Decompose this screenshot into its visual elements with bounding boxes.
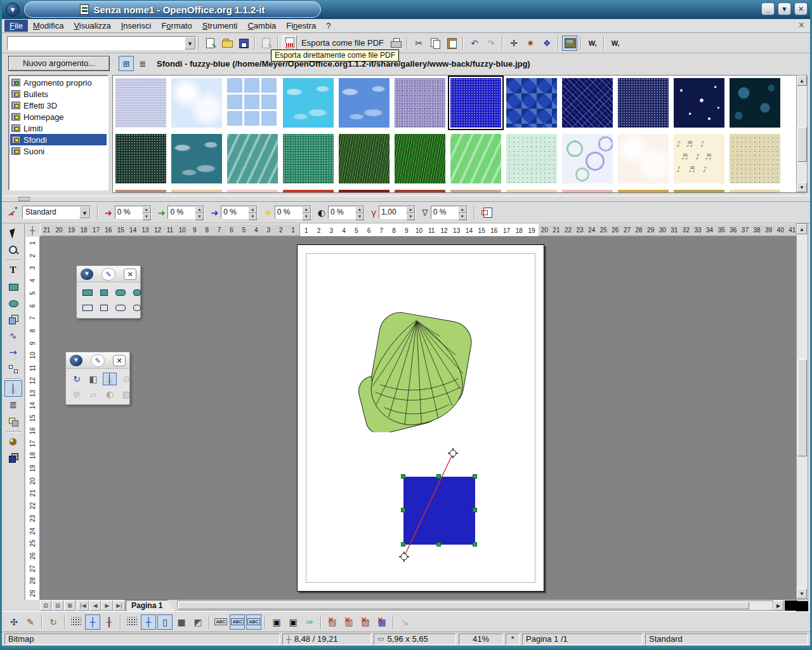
minimize-button[interactable]: _	[761, 3, 775, 15]
selection-handle[interactable]	[401, 542, 405, 547]
3d-controller-tool[interactable]	[4, 449, 22, 466]
pdf-export-button[interactable]	[282, 36, 297, 51]
prev-page-icon[interactable]: ◀	[89, 600, 101, 611]
vertical-ruler[interactable]: 1234567891011121314151617181920212223242…	[26, 237, 40, 600]
show-snap-lines-button[interactable]: ┼	[85, 614, 100, 630]
contour-placeholder-button[interactable]: ▥	[341, 614, 357, 630]
edit-points-button[interactable]: ✣	[6, 614, 22, 630]
w-arrow-button[interactable]: W,	[608, 36, 623, 51]
zoom-tool[interactable]	[4, 242, 22, 258]
gallery-thumb-partial[interactable]	[115, 190, 166, 193]
detail-view-icon[interactable]: ≣	[135, 56, 150, 71]
menu-?[interactable]: ?	[321, 20, 336, 32]
gallery-thumb-clouds-lightblue[interactable]	[171, 78, 222, 128]
gallery-thumb-water-cyan[interactable]	[283, 78, 334, 128]
connector-tool[interactable]	[4, 361, 22, 377]
gallery-thumb-partial[interactable]	[339, 190, 390, 193]
new-document-button[interactable]	[203, 36, 218, 51]
simple-handles-button[interactable]: ▣	[269, 614, 284, 630]
gallery-thumb-soft-cream[interactable]	[618, 134, 669, 183]
drawing-canvas[interactable]: ▼✎✕ ▼✎✕ ↻◧⊙⊘▱◐▨	[40, 237, 799, 600]
gallery-button[interactable]	[562, 36, 577, 51]
click-edit-text-button[interactable]: ABC	[230, 614, 245, 630]
maximize-button[interactable]: ▼	[778, 3, 791, 15]
gallery-theme-effetti-3d[interactable]: Effetti 3D	[10, 100, 107, 111]
w-question-button[interactable]: W,	[585, 36, 600, 51]
effects-tool[interactable]	[4, 380, 22, 397]
cut-button[interactable]: ✂	[411, 36, 426, 51]
gallery-thumbnails[interactable]	[112, 75, 797, 193]
gallery-splitter[interactable]	[2, 196, 810, 202]
first-page-icon[interactable]: |◀	[77, 600, 89, 611]
master-mode-icon[interactable]: ⊞	[64, 600, 75, 611]
open-button[interactable]	[219, 36, 235, 51]
stylist-button[interactable]: ✷	[523, 36, 538, 51]
floatbar-menu-button[interactable]: ▼	[70, 355, 82, 366]
navigator-button[interactable]: ✛	[506, 36, 521, 51]
show-grid-button[interactable]	[69, 614, 84, 630]
gallery-thumb-partial[interactable]	[674, 190, 724, 193]
gallery-thumb-rings-pastel[interactable]	[562, 134, 613, 183]
gallery-thumb-squares-blue[interactable]	[506, 78, 557, 128]
spin-buttons[interactable]: ▲▼	[248, 206, 257, 218]
gallery-thumb-grass-green[interactable]	[395, 134, 445, 183]
contrast-value[interactable]: 0 %	[329, 206, 355, 218]
scroll-down-icon[interactable]: ▼	[797, 588, 807, 599]
picture-placeholder-button[interactable]: ▤	[325, 614, 340, 630]
scroll-down-icon[interactable]: ▼	[797, 182, 807, 192]
lines-arrows-tool[interactable]: →	[4, 344, 22, 361]
selection-handle[interactable]	[473, 508, 477, 512]
next-page-icon[interactable]: ▶	[102, 600, 113, 611]
gallery-thumb-fuzzy-lightblue[interactable]	[115, 78, 166, 128]
menu-visualizza[interactable]: Visualizza	[69, 20, 115, 32]
in-3d-rotation-button[interactable]	[103, 373, 117, 385]
icon-view-icon[interactable]: ⊞	[119, 56, 134, 71]
text-tool[interactable]: T	[4, 262, 22, 278]
hyperlink-edit-button[interactable]: ✎	[23, 614, 38, 630]
crop-icon[interactable]	[481, 207, 493, 218]
rectangle-tool[interactable]	[4, 278, 22, 295]
floatbar-close-button[interactable]: ✕	[124, 269, 136, 280]
menu-strumenti[interactable]: Strumenti	[197, 20, 243, 32]
rotate-button[interactable]: ↻	[70, 373, 84, 385]
graphics-mode-combobox[interactable]: Standard ▼	[22, 206, 91, 219]
green-channel-spinner[interactable]: 0 %▲▼	[167, 206, 204, 219]
selection-handle[interactable]	[473, 542, 477, 547]
drawing-page[interactable]	[297, 244, 544, 592]
undo-button[interactable]: ↶	[467, 36, 482, 51]
selection-handle[interactable]	[436, 542, 441, 547]
spin-buttons[interactable]: ▲▼	[195, 206, 204, 218]
scroll-right-icon[interactable]: ▶	[773, 600, 783, 611]
transparency-value[interactable]: 0 %	[431, 206, 458, 218]
object-placeholder-button[interactable]: ▦	[374, 614, 390, 630]
3d-objects-tool[interactable]	[4, 311, 22, 328]
close-button[interactable]: ✕	[794, 3, 808, 15]
gallery-thumb-water-blue[interactable]	[339, 78, 390, 128]
copy-button[interactable]	[428, 36, 443, 51]
spin-buttons[interactable]: ▲▼	[458, 206, 467, 218]
selection-handle[interactable]	[436, 474, 441, 479]
gallery-thumb-partial[interactable]	[450, 190, 501, 193]
arrange-tool[interactable]	[4, 413, 22, 430]
last-page-icon[interactable]: ▶|	[114, 600, 125, 611]
brightness-spinner[interactable]: 0 %▲▼	[275, 206, 311, 219]
large-handles-button[interactable]: ▣	[285, 614, 301, 630]
gallery-thumb-smooth-teal[interactable]	[227, 134, 278, 183]
rounded-square-outline-button[interactable]	[130, 302, 144, 314]
paste-button[interactable]	[444, 36, 459, 51]
menu-formato[interactable]: Formato	[156, 20, 197, 32]
insert-tool[interactable]: ◕	[4, 433, 22, 449]
gallery-thumb-partial[interactable]	[562, 190, 613, 193]
gallery-scrollbar[interactable]: ▲ ▼	[796, 75, 808, 193]
green-channel-value[interactable]: 0 %	[168, 206, 195, 218]
gallery-thumb-rough-darkteal[interactable]	[115, 134, 166, 183]
gallery-thumb-blobs-darkteal[interactable]	[730, 78, 780, 128]
gallery-thumb-tiles-blue[interactable]	[227, 78, 278, 128]
hyperlink-dialog-button[interactable]: ❖	[539, 36, 554, 51]
print-button[interactable]	[388, 36, 403, 51]
gallery-thumb-fine-green[interactable]	[283, 134, 334, 183]
gallery-theme-argomento-proprio[interactable]: Argomento proprio	[10, 77, 107, 88]
floatbar-detach-button[interactable]: ✎	[91, 354, 105, 367]
gallery-thumb-partial[interactable]	[395, 190, 445, 193]
scrollbar-thumb[interactable]	[797, 359, 807, 457]
